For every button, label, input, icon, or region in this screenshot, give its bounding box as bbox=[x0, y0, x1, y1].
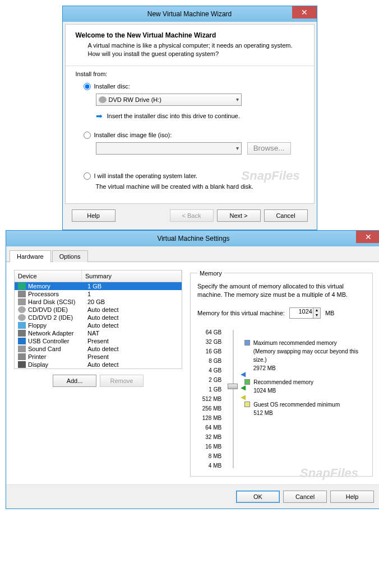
table-row[interactable]: FloppyAuto detect bbox=[15, 321, 182, 329]
max-rec-note: (Memory swapping may occur beyond this s… bbox=[253, 347, 366, 364]
radio-later-label: I will install the operating system late… bbox=[94, 172, 198, 179]
next-button[interactable]: Next > bbox=[217, 209, 261, 222]
wizard-button-row: Help < Back Next > Cancel bbox=[65, 204, 315, 227]
browse-button[interactable]: Browse... bbox=[247, 142, 291, 155]
device-summary: Present bbox=[87, 338, 178, 344]
device-icon bbox=[18, 353, 26, 360]
table-row[interactable]: CD/DVD (IDE)Auto detect bbox=[15, 306, 182, 314]
device-name: Printer bbox=[28, 353, 46, 360]
rec-label: Recommended memory bbox=[253, 378, 313, 386]
device-icon bbox=[18, 283, 26, 290]
device-icon bbox=[18, 338, 26, 344]
square-yellow-icon bbox=[244, 402, 250, 407]
radio-later[interactable]: I will install the operating system late… bbox=[84, 172, 304, 180]
close-button[interactable]: ✕ bbox=[292, 6, 317, 18]
insert-hint-row: ➡ Insert the installer disc into this dr… bbox=[96, 111, 304, 120]
device-name: Network Adapter bbox=[28, 330, 73, 337]
close-button[interactable]: ✕ bbox=[356, 231, 379, 243]
chevron-down-icon: ▾ bbox=[236, 96, 239, 102]
device-summary: Present bbox=[87, 353, 178, 360]
vm-settings-window: Virtual Machine Settings ✕ Hardware Opti… bbox=[6, 230, 379, 509]
tab-options[interactable]: Options bbox=[52, 250, 88, 262]
device-name: Sound Card bbox=[28, 346, 61, 352]
radio-installer-disc[interactable]: Installer disc: bbox=[84, 83, 304, 90]
cancel-button[interactable]: Cancel bbox=[264, 209, 308, 222]
device-summary: 20 GB bbox=[87, 298, 178, 305]
device-summary: Auto detect bbox=[87, 322, 178, 329]
device-summary: Auto detect bbox=[87, 306, 178, 313]
memory-unit: MB bbox=[325, 310, 335, 316]
help-button[interactable]: Help bbox=[72, 209, 115, 222]
memory-group: Memory Specify the amount of memory allo… bbox=[190, 270, 373, 477]
device-icon bbox=[18, 322, 26, 329]
drive-dropdown[interactable]: DVD RW Drive (H:) ▾ bbox=[96, 94, 242, 106]
insert-hint: Insert the installer disc into this driv… bbox=[107, 113, 240, 119]
slider-thumb[interactable] bbox=[228, 384, 238, 389]
device-icon bbox=[18, 330, 26, 337]
table-row[interactable]: DisplayAuto detect bbox=[15, 361, 182, 368]
remove-button[interactable]: Remove bbox=[100, 375, 144, 387]
device-summary: Auto detect bbox=[87, 346, 178, 352]
iso-path-dropdown[interactable]: ▾ bbox=[96, 142, 242, 155]
min-value: 512 MB bbox=[253, 409, 340, 417]
table-row[interactable]: Hard Disk (SCSI)20 GB bbox=[15, 298, 182, 306]
device-name: Memory bbox=[28, 283, 50, 290]
radio-iso-label: Installer disc image file (iso): bbox=[94, 132, 172, 138]
slider-labels: 64 GB32 GB16 GB8 GB4 GB2 GB1 GB512 MB256… bbox=[197, 328, 221, 470]
col-device[interactable]: Device bbox=[15, 270, 82, 282]
add-button[interactable]: Add... bbox=[53, 375, 96, 387]
device-summary: 1 GB bbox=[87, 283, 178, 290]
device-icon bbox=[18, 306, 26, 313]
radio-disc-label: Installer disc: bbox=[94, 83, 130, 90]
table-row[interactable]: Processors1 bbox=[15, 290, 182, 298]
device-name: CD/DVD (IDE) bbox=[28, 306, 68, 313]
device-table: Device Summary Memory1 GBProcessors1Hard… bbox=[14, 270, 182, 369]
tab-hardware[interactable]: Hardware bbox=[10, 250, 51, 262]
col-summary[interactable]: Summary bbox=[82, 270, 182, 282]
disc-icon bbox=[99, 96, 107, 103]
memory-legend: Memory bbox=[197, 270, 224, 277]
titlebar[interactable]: New Virtual Machine Wizard ✕ bbox=[63, 6, 317, 22]
ok-button[interactable]: OK bbox=[236, 491, 280, 503]
help-button[interactable]: Help bbox=[330, 491, 374, 503]
chevron-down-icon: ▾ bbox=[236, 145, 239, 151]
radio-later-input[interactable] bbox=[84, 172, 91, 180]
device-icon bbox=[18, 298, 26, 305]
max-rec-label: Maximum recommended memory bbox=[253, 339, 366, 347]
table-row[interactable]: Network AdapterNAT bbox=[15, 329, 182, 337]
table-row[interactable]: USB ControllerPresent bbox=[15, 337, 182, 345]
device-name: Hard Disk (SCSI) bbox=[28, 298, 75, 305]
device-summary: Auto detect bbox=[87, 314, 178, 321]
memory-input[interactable]: 1024 ▲▼ bbox=[289, 307, 321, 319]
device-name: CD/DVD 2 (IDE) bbox=[28, 314, 73, 321]
radio-disc-input[interactable] bbox=[84, 83, 91, 90]
device-name: Floppy bbox=[28, 322, 47, 329]
memory-spinner[interactable]: ▲▼ bbox=[313, 308, 320, 318]
rec-value: 1024 MB bbox=[253, 386, 313, 395]
install-from-label: Install from: bbox=[76, 71, 304, 77]
memory-slider[interactable]: ◀ ◀ ◀ bbox=[229, 328, 237, 470]
memory-value: 1024 bbox=[298, 308, 312, 315]
arrow-right-icon: ➡ bbox=[96, 111, 103, 120]
memory-legend-area: Maximum recommended memory (Memory swapp… bbox=[244, 328, 366, 470]
device-summary: 1 bbox=[87, 291, 178, 297]
titlebar[interactable]: Virtual Machine Settings ✕ bbox=[6, 231, 379, 246]
table-row[interactable]: PrinterPresent bbox=[15, 353, 182, 361]
cancel-button[interactable]: Cancel bbox=[283, 491, 327, 503]
max-rec-value: 2972 MB bbox=[253, 364, 366, 372]
later-hint: The virtual machine will be created with… bbox=[96, 183, 304, 190]
device-name: USB Controller bbox=[28, 338, 69, 344]
table-row[interactable]: CD/DVD 2 (IDE)Auto detect bbox=[15, 314, 182, 321]
tabs: Hardware Options bbox=[6, 246, 379, 262]
window-title: Virtual Machine Settings bbox=[157, 235, 229, 242]
radio-iso-input[interactable] bbox=[84, 132, 91, 139]
max-marker-icon: ◀ bbox=[241, 370, 246, 378]
device-name: Display bbox=[28, 361, 48, 368]
back-button[interactable]: < Back bbox=[170, 209, 214, 222]
radio-iso[interactable]: Installer disc image file (iso): bbox=[84, 132, 304, 139]
table-row[interactable]: Sound CardAuto detect bbox=[15, 345, 182, 353]
min-label: Guest OS recommended minimum bbox=[253, 400, 340, 409]
memory-input-label: Memory for this virtual machine: bbox=[197, 310, 285, 316]
table-row[interactable]: Memory1 GB bbox=[15, 282, 182, 290]
square-blue-icon bbox=[244, 340, 249, 346]
